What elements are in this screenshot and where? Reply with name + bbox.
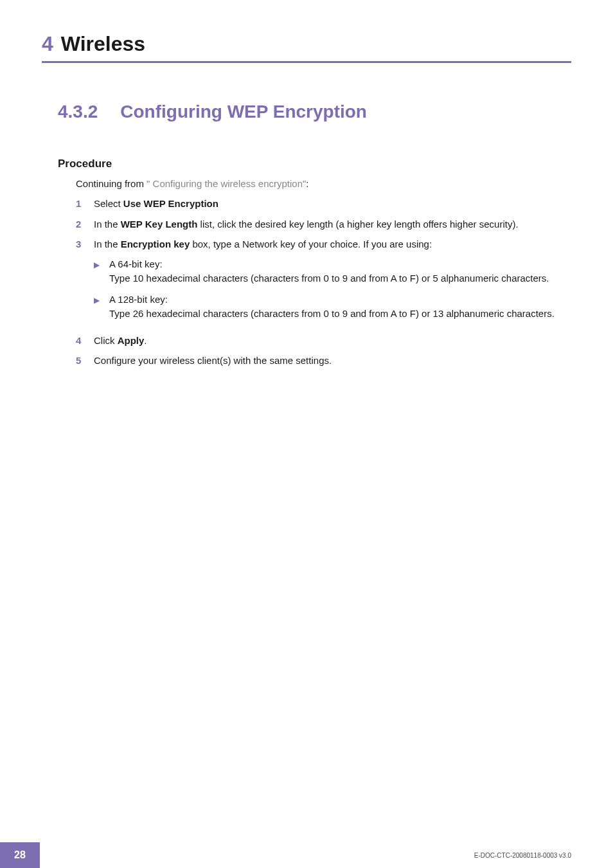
section-name: Configuring WEP Encryption (120, 102, 367, 122)
triangle-bullet-icon: ▶ (94, 293, 109, 321)
step-text: In the WEP Key Length list, click the de… (94, 217, 571, 232)
step-number: 1 (76, 197, 94, 212)
step-1: 1 Select Use WEP Encryption (76, 197, 571, 212)
content-area: 4.3.2 Configuring WEP Encryption Procedu… (0, 63, 613, 368)
sublist-item: ▶ A 64-bit key: Type 10 hexadecimal char… (94, 257, 571, 286)
step-number: 5 (76, 354, 94, 368)
chapter-title: Wireless (61, 32, 145, 56)
sublist: ▶ A 64-bit key: Type 10 hexadecimal char… (94, 257, 571, 321)
triangle-bullet-icon: ▶ (94, 257, 109, 286)
sublist-text: A 128-bit key: Type 26 hexadecimal chara… (109, 293, 571, 321)
step-number: 2 (76, 217, 94, 232)
step-2: 2 In the WEP Key Length list, click the … (76, 217, 571, 232)
header-line: 4 Wireless (42, 32, 571, 63)
page-number: 28 (0, 842, 40, 868)
intro-prefix: Continuing from (76, 178, 147, 189)
sublist-item: ▶ A 128-bit key: Type 26 hexadecimal cha… (94, 293, 571, 321)
step-5: 5 Configure your wireless client(s) with… (76, 354, 571, 368)
intro-suffix: : (306, 178, 308, 189)
document-id: E-DOC-CTC-20080118-0003 v3.0 (474, 852, 613, 859)
step-4: 4 Click Apply. (76, 334, 571, 348)
section-heading: 4.3.2 Configuring WEP Encryption (58, 102, 571, 122)
step-number: 3 (76, 237, 94, 328)
intro-link[interactable]: " Configuring the wireless encryption" (147, 178, 306, 189)
procedure-heading: Procedure (58, 158, 571, 170)
section-number: 4.3.2 (58, 102, 98, 122)
page-header: 4 Wireless (0, 0, 613, 63)
page-footer: 28 E-DOC-CTC-20080118-0003 v3.0 (0, 842, 613, 868)
step-text: In the Encryption key box, type a Networ… (94, 237, 571, 328)
step-number: 4 (76, 334, 94, 348)
chapter-number: 4 (42, 32, 53, 56)
step-3: 3 In the Encryption key box, type a Netw… (76, 237, 571, 328)
sublist-text: A 64-bit key: Type 10 hexadecimal charac… (109, 257, 571, 286)
step-text: Configure your wireless client(s) with t… (94, 354, 571, 368)
procedure-list: 1 Select Use WEP Encryption 2 In the WEP… (76, 197, 571, 368)
procedure-intro: Continuing from " Configuring the wirele… (76, 178, 571, 189)
step-text: Select Use WEP Encryption (94, 197, 571, 212)
step-text: Click Apply. (94, 334, 571, 348)
